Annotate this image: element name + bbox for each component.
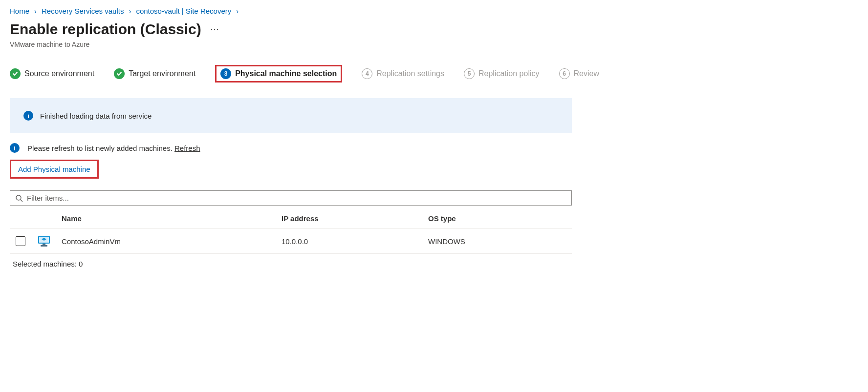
cell-ip: 10.0.0.0 (282, 237, 428, 246)
vm-icon (37, 235, 62, 248)
table-header: Name IP address OS type (10, 208, 572, 229)
add-physical-machine-link[interactable]: Add Physical machine (18, 165, 90, 173)
step-review[interactable]: 6 Review (559, 68, 599, 79)
step-label: Review (574, 69, 599, 78)
chevron-right-icon: › (236, 7, 239, 15)
chevron-right-icon: › (34, 7, 37, 15)
chevron-right-icon: › (129, 7, 131, 15)
refresh-note-text: Please refresh to list newly added machi… (27, 144, 173, 152)
step-number-icon: 6 (559, 68, 570, 79)
svg-point-0 (16, 195, 21, 200)
breadcrumb-home[interactable]: Home (10, 7, 29, 15)
filter-input[interactable] (27, 194, 566, 202)
breadcrumb-recovery-vaults[interactable]: Recovery Services vaults (42, 7, 124, 15)
page-subtitle: VMware machine to Azure (10, 41, 858, 48)
cell-os: WINDOWS (428, 237, 569, 246)
filter-container (10, 190, 572, 206)
col-os: OS type (428, 214, 569, 223)
svg-line-1 (21, 200, 22, 202)
info-message: Finished loading data from service (40, 112, 152, 120)
svg-rect-4 (43, 244, 45, 245)
more-actions-button[interactable]: ⋯ (210, 24, 220, 35)
selected-machines-count: Selected machines: 0 (10, 254, 858, 274)
step-label: Replication settings (376, 69, 444, 78)
step-replication-policy[interactable]: 5 Replication policy (464, 68, 540, 79)
wizard-steps: Source environment Target environment 3 … (10, 65, 858, 83)
info-icon: i (23, 111, 33, 121)
step-replication-settings[interactable]: 4 Replication settings (362, 68, 444, 79)
highlight-add-physical-machine: Add Physical machine (10, 160, 99, 179)
step-number-icon: 5 (464, 68, 475, 79)
cell-name: ContosoAdminVm (62, 237, 282, 246)
step-label: Physical machine selection (235, 69, 337, 78)
svg-rect-5 (41, 245, 47, 247)
check-icon (114, 68, 125, 79)
col-name: Name (62, 214, 282, 223)
refresh-note: i Please refresh to list newly added mac… (10, 143, 858, 153)
info-banner: i Finished loading data from service (10, 98, 572, 133)
row-checkbox[interactable] (16, 236, 25, 246)
step-number-icon: 4 (362, 68, 372, 79)
step-number-icon: 3 (220, 68, 231, 79)
step-label: Replication policy (478, 69, 540, 78)
step-physical-machine-selection[interactable]: 3 Physical machine selection (220, 68, 337, 79)
table-row[interactable]: ContosoAdminVm 10.0.0.0 WINDOWS (10, 229, 572, 254)
page-title: Enable replication (Classic) (10, 21, 201, 38)
step-label: Source environment (24, 69, 94, 78)
breadcrumb: Home › Recovery Services vaults › contos… (10, 7, 858, 15)
highlight-physical-machine-selection: 3 Physical machine selection (215, 65, 342, 83)
search-icon (15, 194, 23, 202)
machines-table: Name IP address OS type ContosoAdminVm 1… (10, 208, 572, 254)
step-label: Target environment (129, 69, 195, 78)
col-ip: IP address (282, 214, 428, 223)
refresh-link[interactable]: Refresh (174, 144, 200, 152)
breadcrumb-vault-site-recovery[interactable]: contoso-vault | Site Recovery (136, 7, 231, 15)
info-icon: i (10, 143, 20, 153)
step-target-environment[interactable]: Target environment (114, 68, 195, 79)
check-icon (10, 68, 21, 79)
step-source-environment[interactable]: Source environment (10, 68, 94, 79)
